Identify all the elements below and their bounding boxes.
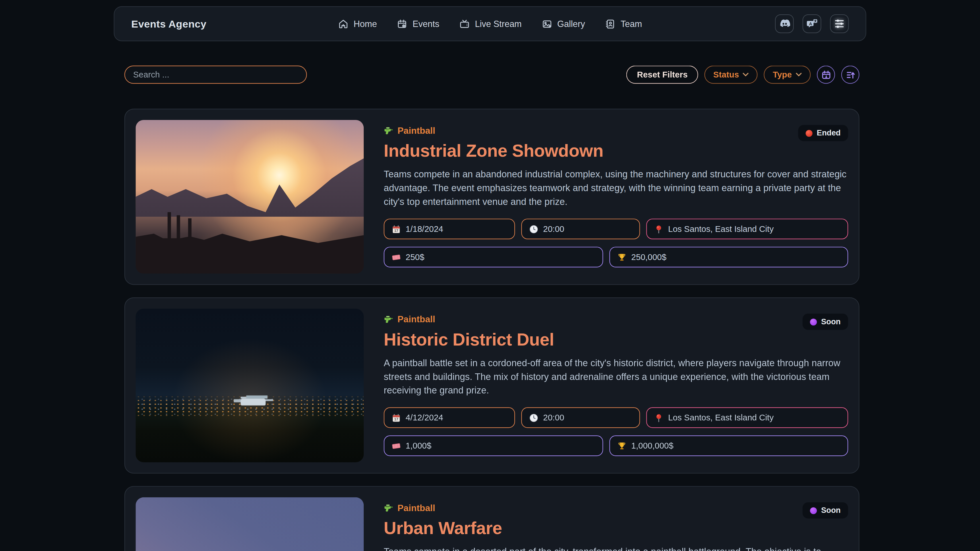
event-image [135,120,364,274]
pin-icon [654,413,663,422]
event-card: Ended Paintball Industrial Zone Showdown… [124,109,859,285]
chips-row-money: 250$ 250,000$ [384,247,848,267]
nav-links: Home Events Live Stream Gallery Team [338,18,642,29]
image-icon [542,18,552,29]
event-image [135,308,364,462]
time-chip: 20:00 [521,219,640,239]
page: Events Agency Home Events Live Stream Ga… [0,0,980,551]
sort-ascending-icon [845,70,856,80]
trophy-icon [617,253,626,262]
location-chip: Los Santos, East Island City [646,219,848,239]
status-badge: Soon [802,314,848,330]
location-value: Los Santos, East Island City [668,224,774,234]
svg-text:17: 17 [395,417,398,421]
date-chip: 17 4/12/2024 [384,407,515,428]
event-title: Historic District Duel [384,330,848,349]
event-card: Soon Paintball Historic District Duel A … [124,297,859,473]
filter-row: Reset Filters Status Type [124,66,859,84]
category-label: Paintball [398,314,436,324]
contact-book-icon [605,18,616,29]
filter-buttons: Reset Filters Status Type [626,66,859,84]
category-label: Paintball [398,126,436,136]
nav-link-label: Team [620,19,642,29]
event-category: Paintball [384,126,848,136]
nav-link-label: Events [412,19,439,29]
event-category: Paintball [384,314,848,324]
price-chip: 250$ [384,247,603,267]
trophy-icon [617,441,626,450]
event-description: A paintball battle set in a cordoned-off… [384,356,848,397]
navbar: Events Agency Home Events Live Stream Ga… [114,6,866,41]
event-description: Teams compete in a deserted part of the … [384,545,848,551]
status-badge: Ended [798,125,848,141]
pin-icon [654,225,663,233]
nav-link-label: Live Stream [475,19,522,29]
home-icon [338,18,348,29]
discord-icon [778,19,790,29]
event-card-body: Soon Paintball Historic District Duel A … [384,308,848,462]
status-label: Ended [817,129,840,137]
chips-row-money: 1,000$ 1,000,000$ [384,435,848,456]
nav-link-team[interactable]: Team [605,18,642,29]
status-dot [810,318,817,325]
date-value: 1/18/2024 [406,224,443,234]
time-value: 20:00 [543,413,564,422]
event-image [135,497,364,551]
status-label: Soon [821,506,840,514]
paintball-gun-icon [384,126,394,135]
nav-link-live-stream[interactable]: Live Stream [459,18,522,29]
nav-link-gallery[interactable]: Gallery [542,18,585,29]
calendar-icon [821,70,831,80]
chips-row-schedule: 17 4/12/2024 20:00 Los Santos, East Isla… [384,407,848,428]
display-settings-button[interactable] [830,14,848,33]
prize-value: 250,000$ [631,252,667,262]
chips-row-schedule: 17 1/18/2024 20:00 Los Santos, East Isla… [384,219,848,239]
calendar-icon: 17 [392,413,401,422]
event-title: Urban Warfare [384,519,848,538]
status-dot [805,130,812,137]
status-dropdown-label: Status [713,70,739,79]
search-input[interactable] [124,66,307,84]
translate-button[interactable]: A [803,14,821,33]
prize-value: 1,000,000$ [631,441,673,451]
time-value: 20:00 [543,224,564,234]
event-title: Industrial Zone Showdown [384,141,848,160]
location-chip: Los Santos, East Island City [646,407,848,428]
paintball-gun-icon [384,314,394,324]
brand-logo: Events Agency [131,18,207,30]
status-dot [810,507,817,514]
discord-button[interactable] [775,14,794,33]
nav-actions: A [775,14,849,33]
chevron-down-icon [743,73,749,77]
sort-button[interactable] [842,66,859,84]
type-dropdown[interactable]: Type [764,66,811,84]
event-description: Teams compete in an abandoned industrial… [384,167,848,209]
event-list: Ended Paintball Industrial Zone Showdown… [124,109,859,551]
time-chip: 20:00 [521,407,640,428]
svg-text:A: A [809,21,812,25]
event-card: Soon Paintball Urban Warfare Teams compe… [124,486,859,551]
chevron-down-icon [796,73,802,77]
nav-link-events[interactable]: Events [397,18,439,29]
category-label: Paintball [398,503,436,513]
chips: 17 4/12/2024 20:00 Los Santos, East Isla… [384,407,848,456]
ticket-icon [392,441,401,450]
status-dropdown[interactable]: Status [705,66,758,84]
price-value: 1,000$ [406,441,431,451]
nav-link-label: Home [354,19,377,29]
date-value: 4/12/2024 [406,413,443,422]
prize-chip: 1,000,000$ [609,435,848,456]
translate-icon: A [807,18,818,29]
calendar-icon: 17 [392,225,401,233]
price-chip: 1,000$ [384,435,603,456]
calendar-filter-button[interactable] [817,66,835,84]
date-chip: 17 1/18/2024 [384,219,515,239]
reset-filters-button[interactable]: Reset Filters [626,66,698,84]
svg-text:17: 17 [395,229,398,232]
nav-link-label: Gallery [557,19,585,29]
clock-icon [529,225,538,233]
event-category: Paintball [384,503,848,513]
status-badge: Soon [802,502,848,519]
nav-link-home[interactable]: Home [338,18,377,29]
prize-chip: 250,000$ [609,247,848,267]
